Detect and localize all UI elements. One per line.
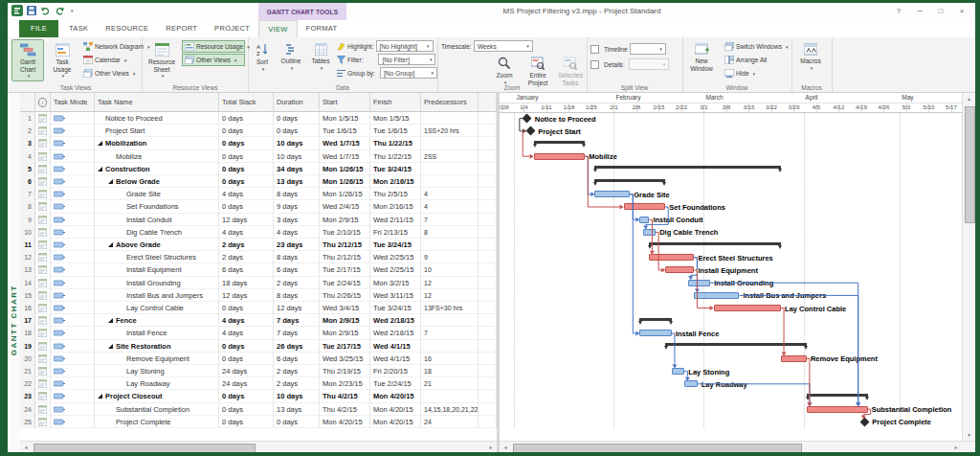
cell-info[interactable] — [35, 137, 51, 149]
cell-dur[interactable]: 10 days — [274, 390, 320, 402]
cell-start[interactable]: Thu 2/26/15 — [320, 289, 370, 302]
hide-button[interactable]: Hide▾ — [722, 67, 789, 80]
expand-collapse-icon[interactable] — [108, 242, 113, 247]
cell-info[interactable] — [35, 200, 51, 213]
cell-pred[interactable] — [421, 137, 479, 149]
cell-start[interactable]: Mon 1/5/15 — [320, 112, 370, 125]
task-row-24[interactable]: 24Substantial Completion0 days13 daysThu… — [20, 403, 497, 416]
cell-dur[interactable]: 7 days — [274, 314, 320, 327]
cell-start[interactable]: Tue 1/6/15 — [320, 125, 370, 137]
cell-name[interactable]: Lay Stoning — [95, 365, 219, 377]
resource-sheet-button[interactable]: Resource Sheet▾ — [145, 39, 179, 81]
cell-pred[interactable]: 21 — [421, 377, 479, 390]
cell-num[interactable]: 1 — [20, 112, 35, 125]
task-bar-15[interactable] — [694, 292, 739, 299]
cell-mode[interactable] — [51, 150, 95, 163]
scroll-up-icon[interactable]: ▴ — [963, 93, 975, 104]
cell-start[interactable]: Wed 3/4/15 — [320, 302, 370, 314]
task-row-15[interactable]: 15Install Bus and Jumpers12 days8 daysTh… — [20, 289, 497, 302]
cell-name[interactable]: Grade Site — [95, 188, 219, 200]
cell-info[interactable] — [35, 416, 51, 428]
cell-pred[interactable]: 4 — [421, 200, 479, 213]
cell-slack[interactable]: 4 days — [219, 327, 274, 339]
column-header-finish[interactable]: Finish — [370, 93, 421, 112]
task-bar-7[interactable] — [594, 191, 630, 197]
cell-name[interactable]: Project Start — [95, 125, 219, 137]
cell-dur[interactable]: 2 days — [274, 377, 320, 390]
expand-collapse-icon[interactable] — [108, 318, 113, 323]
cell-mode[interactable] — [51, 327, 95, 339]
cell-dur[interactable]: 23 days — [274, 239, 320, 251]
cell-mode[interactable] — [51, 200, 95, 213]
cell-slack[interactable]: 24 days — [219, 377, 274, 390]
cell-num[interactable]: 4 — [20, 150, 35, 163]
cell-mode[interactable] — [51, 226, 95, 239]
cell-num[interactable]: 13 — [20, 263, 35, 276]
switch-windows-button[interactable]: Switch Windows▾ — [722, 40, 789, 53]
cell-finish[interactable]: Mon 4/20/15 — [370, 416, 421, 428]
cell-name[interactable]: Site Restoration — [95, 340, 219, 353]
cell-finish[interactable]: Tue 1/6/15 — [370, 125, 421, 137]
task-usage-button[interactable]: Task Usage▾ — [46, 39, 78, 81]
cell-slack[interactable]: 18 days — [219, 277, 274, 289]
cell-name[interactable]: Erect Steel Structures — [95, 251, 219, 263]
cell-start[interactable]: Tue 2/17/15 — [320, 340, 370, 353]
cell-slack[interactable]: 0 days — [219, 112, 274, 125]
tab-view[interactable]: VIEW — [258, 20, 297, 37]
cell-start[interactable]: Tue 2/17/15 — [320, 263, 370, 276]
cell-pred[interactable] — [421, 314, 479, 327]
cell-name[interactable]: Above Grade — [95, 239, 219, 251]
cell-name[interactable]: Mobilize — [95, 150, 219, 163]
column-header-info[interactable]: i — [35, 93, 51, 112]
cell-mode[interactable] — [51, 377, 95, 390]
cell-info[interactable] — [35, 175, 51, 188]
summary-bar-23[interactable] — [807, 394, 868, 397]
cell-finish[interactable]: Mon 2/16/15 — [370, 200, 421, 213]
cell-num[interactable]: 22 — [20, 377, 35, 390]
undo-icon[interactable] — [40, 7, 51, 15]
cell-pred[interactable]: 24 — [421, 416, 479, 428]
cell-num[interactable]: 20 — [20, 353, 35, 365]
cell-pred[interactable]: 18 — [421, 365, 479, 377]
cell-dur[interactable]: 2 days — [274, 277, 320, 289]
cell-mode[interactable] — [51, 390, 95, 402]
cell-mode[interactable] — [51, 416, 95, 428]
cell-finish[interactable]: Tue 2/24/15 — [370, 377, 421, 390]
scroll-down-icon[interactable]: ▾ — [963, 429, 975, 441]
column-header-name[interactable]: Task Name — [95, 93, 219, 112]
cell-info[interactable] — [35, 353, 51, 365]
cell-mode[interactable] — [51, 403, 95, 416]
milestone-1[interactable] — [523, 114, 532, 124]
cell-start[interactable]: Mon 1/26/15 — [320, 163, 370, 175]
vertical-scroll-thumb[interactable] — [965, 106, 975, 223]
task-bar-20[interactable] — [781, 355, 807, 362]
task-bar-14[interactable] — [688, 280, 710, 286]
task-row-14[interactable]: 14Install Grounding18 days2 daysTue 2/24… — [20, 277, 497, 289]
tab-resource[interactable]: RESOURCE — [97, 20, 157, 37]
tab-format[interactable]: FORMAT — [298, 20, 346, 37]
cell-name[interactable]: Install Bus and Jumpers — [95, 289, 219, 302]
cell-mode[interactable] — [51, 353, 95, 365]
cell-slack[interactable]: 12 days — [219, 289, 274, 302]
cell-num[interactable]: 6 — [20, 175, 35, 188]
cell-slack[interactable]: 0 days — [219, 150, 274, 163]
resource-other-views-button[interactable]: Other Views▾ — [182, 54, 245, 66]
cell-start[interactable]: Thu 4/2/15 — [320, 403, 370, 416]
cell-pred[interactable] — [421, 112, 479, 125]
cell-finish[interactable]: Mon 1/5/15 — [370, 112, 421, 125]
cell-info[interactable] — [35, 226, 51, 239]
redo-icon[interactable] — [55, 7, 65, 15]
cell-dur[interactable]: 12 days — [274, 302, 320, 314]
cell-slack[interactable]: 2 days — [219, 239, 274, 251]
cell-info[interactable] — [35, 163, 51, 175]
cell-info[interactable] — [35, 327, 51, 339]
milestone-2[interactable] — [525, 126, 535, 136]
cell-slack[interactable]: 0 days — [219, 390, 274, 402]
cell-dur[interactable]: 6 days — [274, 353, 320, 365]
tab-report[interactable]: REPORT — [157, 20, 206, 37]
cell-name[interactable]: Mobilization — [95, 137, 219, 149]
cell-finish[interactable]: Wed 3/11/15 — [370, 289, 421, 302]
cell-mode[interactable] — [51, 314, 95, 327]
cell-mode[interactable] — [51, 302, 95, 314]
column-header-pred[interactable]: Predecessors — [421, 93, 479, 112]
